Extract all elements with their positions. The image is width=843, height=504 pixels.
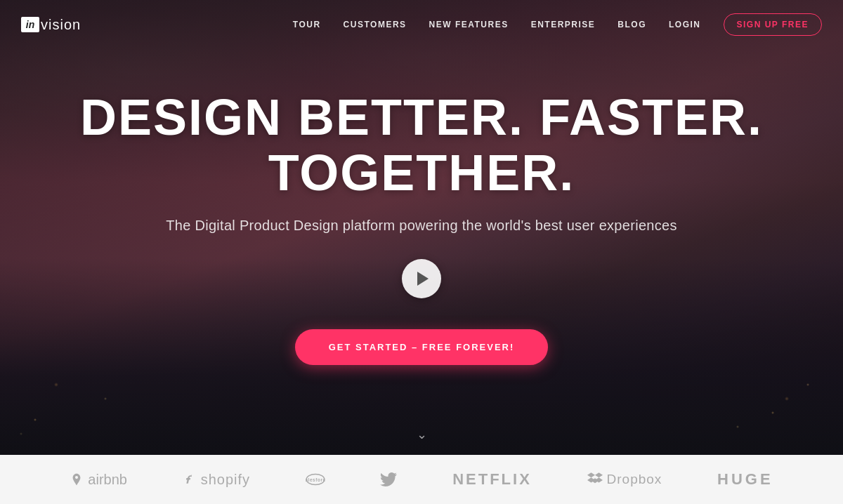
dropbox-label: Dropbox [607, 472, 662, 487]
svg-text:salesforce: salesforce [306, 477, 325, 482]
brand-shopify: shopify [183, 472, 250, 488]
logo-text: vision [41, 17, 81, 33]
brand-airbnb: airbnb [70, 472, 127, 488]
play-icon [417, 272, 429, 286]
airbnb-icon [70, 472, 84, 486]
nav-item-tour[interactable]: TOUR [293, 20, 321, 29]
hero-content: DESIGN BETTER. FASTER. TOGETHER. The Dig… [0, 90, 843, 365]
dropbox-icon [587, 472, 603, 486]
twitter-icon [380, 472, 397, 486]
shopify-icon [183, 472, 197, 486]
hero-section: DESIGN BETTER. FASTER. TOGETHER. The Dig… [0, 0, 843, 455]
nav-item-enterprise[interactable]: ENTERPRISE [531, 20, 596, 29]
header: in vision TOUR CUSTOMERS NEW FEATURES EN… [0, 0, 843, 49]
nav-item-new-features[interactable]: NEW FEATURES [429, 20, 509, 29]
signup-button[interactable]: SIGN UP FREE [724, 13, 822, 36]
scroll-indicator: ⌄ [417, 427, 427, 442]
logo[interactable]: in vision [21, 17, 81, 33]
nav-item-blog[interactable]: BLOG [617, 20, 646, 29]
main-nav: TOUR CUSTOMERS NEW FEATURES ENTERPRISE B… [293, 13, 822, 36]
brand-twitter [380, 472, 397, 486]
hero-headline: DESIGN BETTER. FASTER. TOGETHER. [28, 90, 815, 201]
shopify-label: shopify [201, 472, 250, 488]
logo-box: in [21, 17, 39, 32]
nav-item-customers[interactable]: CUSTOMERS [344, 20, 407, 29]
brand-netflix: NETFLIX [452, 470, 532, 489]
brand-salesforce: salesforce [306, 472, 325, 486]
airbnb-label: airbnb [88, 472, 127, 488]
nav-item-login[interactable]: LOGIN [669, 20, 701, 29]
brand-logo-bar: airbnb shopify salesforce NETFLIX Dropbo… [0, 455, 843, 504]
brand-huge: HUGE [717, 470, 773, 489]
play-button[interactable] [402, 259, 441, 298]
huge-label: HUGE [717, 470, 773, 489]
hero-subheadline: The Digital Product Design platform powe… [28, 218, 815, 234]
brand-dropbox: Dropbox [587, 472, 662, 487]
chevron-down-icon: ⌄ [417, 427, 427, 442]
netflix-label: NETFLIX [452, 470, 532, 489]
salesforce-icon: salesforce [306, 472, 325, 486]
cta-button[interactable]: GET STARTED – FREE FOREVER! [295, 329, 549, 365]
